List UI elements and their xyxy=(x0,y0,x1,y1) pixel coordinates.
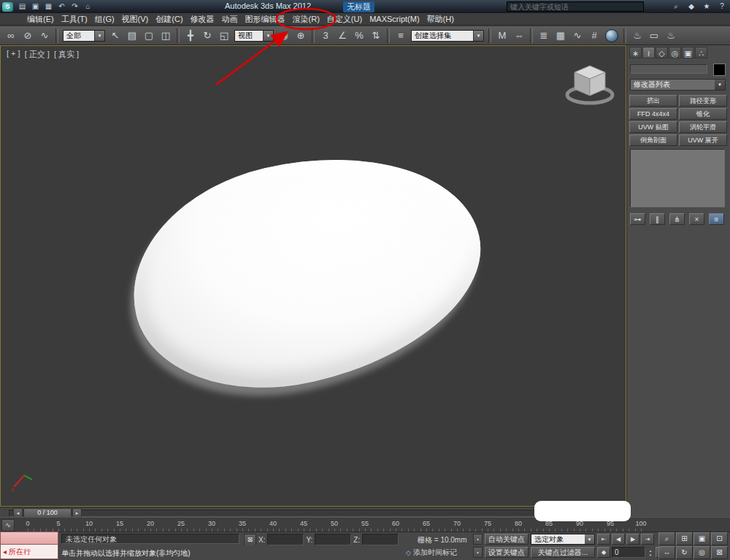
select-and-link-icon[interactable]: ∞ xyxy=(3,28,19,44)
select-manipulate-icon[interactable]: ⊕ xyxy=(293,28,309,44)
play-animation-icon[interactable]: ▶ xyxy=(626,534,639,545)
set-key-button[interactable]: 设置关键点 xyxy=(485,547,529,558)
unlink-selection-icon[interactable]: ⊘ xyxy=(20,28,36,44)
modifier-list-dropdown[interactable]: 修改器列表 ▼ xyxy=(630,79,726,91)
configure-modifier-sets-icon[interactable]: ≡ xyxy=(709,213,724,225)
zoom-icon[interactable]: ⌕ xyxy=(658,532,675,545)
previous-frame-icon[interactable]: ◀ xyxy=(612,534,625,545)
angle-snap-icon[interactable]: ∠ xyxy=(334,28,350,44)
select-scale-icon[interactable]: ◱ xyxy=(216,28,232,44)
modifier-button-5[interactable]: 涡轮平滑 xyxy=(679,121,727,133)
named-selection-sets-dropdown[interactable]: 创建选择集▼ xyxy=(411,30,484,42)
render-setup-icon[interactable]: ♨ xyxy=(629,28,645,44)
snap-toggle-3d-icon[interactable]: 3 xyxy=(318,28,334,44)
key-filters-button[interactable]: 关键点过滤器... xyxy=(531,547,595,558)
z-field[interactable] xyxy=(362,534,399,545)
go-to-end-icon[interactable]: ⇥ xyxy=(641,534,654,545)
menu-item-7[interactable]: 图形编辑器 xyxy=(242,13,289,26)
use-pivot-center-icon[interactable]: ◉ xyxy=(276,28,292,44)
app-menu-logo-icon[interactable]: S xyxy=(2,2,13,12)
select-object-icon[interactable]: ↖ xyxy=(107,28,123,44)
orbit-icon[interactable]: ↻ xyxy=(676,546,693,559)
window-crossing-icon[interactable]: ◫ xyxy=(158,28,174,44)
tab-modify[interactable]: ≀ xyxy=(642,47,655,58)
y-field[interactable] xyxy=(315,534,351,545)
select-by-name-icon[interactable]: ▤ xyxy=(124,28,140,44)
bind-to-space-warp-icon[interactable]: ∿ xyxy=(36,28,53,44)
selection-filter-dropdown[interactable]: 全部▼ xyxy=(63,30,105,42)
undo-icon[interactable]: ↶ xyxy=(56,1,67,12)
viewport[interactable]: [ + ] [ 正交 ] [ 真实 ] x xyxy=(0,45,626,507)
selected-object-dropdown[interactable]: 选定对象 ▼ xyxy=(531,534,595,545)
modifier-button-2[interactable]: FFD 4x4x4 xyxy=(629,108,677,120)
viewport-menu-pov[interactable]: [ 正交 ] xyxy=(25,49,50,60)
menu-item-0[interactable]: 编辑(E) xyxy=(23,13,58,26)
chevron-down-icon[interactable]: ▼ xyxy=(94,31,104,41)
modifier-button-7[interactable]: UVW 展开 xyxy=(679,134,727,146)
menu-item-9[interactable]: 自定义(U) xyxy=(323,13,366,26)
chevron-down-icon[interactable]: ▼ xyxy=(715,80,725,90)
tab-create[interactable]: ∗ xyxy=(629,47,642,58)
viewport-menu-general[interactable]: [ + ] xyxy=(7,49,20,60)
macro-recorder-line[interactable] xyxy=(0,532,58,545)
mini-curve-editor-icon[interactable]: ∿ xyxy=(1,519,15,532)
menu-item-4[interactable]: 创建(C) xyxy=(152,13,186,26)
pan-icon[interactable]: ⇔ xyxy=(658,546,675,559)
x-field[interactable] xyxy=(267,534,304,545)
menu-item-5[interactable]: 修改器 xyxy=(187,13,218,26)
egg-model[interactable] xyxy=(110,125,502,418)
add-time-tag[interactable]: ◇ 添加时间标记 xyxy=(406,548,457,558)
modifier-button-4[interactable]: UVW 贴图 xyxy=(629,121,677,133)
select-move-icon[interactable]: ╋ xyxy=(182,28,199,44)
lock-selection-icon[interactable]: ⊠ xyxy=(244,534,256,546)
frame-spinner[interactable]: ▴ ▾ xyxy=(647,548,654,557)
zoom-extents-all-icon[interactable]: ⊡ xyxy=(711,532,728,545)
layer-manager-icon[interactable]: ≣ xyxy=(536,28,552,44)
viewcube[interactable] xyxy=(564,62,615,107)
percent-snap-icon[interactable]: % xyxy=(351,28,367,44)
auto-key-button[interactable]: 自动关键点 xyxy=(485,534,529,545)
select-rotate-icon[interactable]: ↻ xyxy=(199,28,215,44)
listener-line[interactable]: ◂ 所在行 xyxy=(0,545,58,559)
object-name-field[interactable] xyxy=(630,64,707,74)
chevron-down-icon[interactable]: ▼ xyxy=(263,31,273,41)
pin-stack-icon[interactable]: ⊶ xyxy=(630,213,645,225)
align-icon[interactable]: ⇔ xyxy=(511,28,527,44)
menu-item-11[interactable]: 帮助(H) xyxy=(423,13,458,26)
reference-coordinate-dropdown[interactable]: 视图▼ xyxy=(234,30,274,42)
show-end-result-icon[interactable]: ∥ xyxy=(650,213,665,225)
search-icon[interactable]: ⌕ xyxy=(671,1,681,12)
modifier-button-3[interactable]: 锥化 xyxy=(679,108,727,120)
time-slider-track[interactable] xyxy=(9,510,619,517)
workspace-icon[interactable]: ⌂ xyxy=(82,1,93,12)
menu-item-1[interactable]: 工具(T) xyxy=(58,13,91,26)
modifier-stack-list[interactable] xyxy=(630,149,725,207)
menu-item-10[interactable]: MAXScript(M) xyxy=(366,13,423,26)
chevron-down-icon[interactable]: ▼ xyxy=(473,31,483,41)
modifier-button-0[interactable]: 挤出 xyxy=(629,95,677,107)
zoom-extents-icon[interactable]: ▣ xyxy=(694,532,710,545)
modifier-button-6[interactable]: 倒角剖面 xyxy=(629,134,677,146)
new-scene-icon[interactable]: ▤ xyxy=(17,1,28,12)
material-editor-icon[interactable] xyxy=(605,29,618,42)
make-unique-icon[interactable]: ⋔ xyxy=(669,213,685,225)
menu-item-8[interactable]: 渲染(R) xyxy=(289,13,323,26)
menu-item-3[interactable]: 视图(V) xyxy=(118,13,153,26)
rendered-frame-icon[interactable]: ▭ xyxy=(646,28,662,44)
mirror-icon[interactable]: M xyxy=(494,28,510,44)
spinner-down-icon[interactable]: ▾ xyxy=(647,553,654,557)
field-of-view-icon[interactable]: ◎ xyxy=(694,546,710,559)
tab-motion[interactable]: ◎ xyxy=(669,47,681,58)
go-to-start-icon[interactable]: ⇤ xyxy=(597,534,610,545)
rectangular-selection-icon[interactable]: ▢ xyxy=(141,28,157,44)
viewport-menu-shading[interactable]: [ 真实 ] xyxy=(54,49,79,60)
schematic-view-icon[interactable]: # xyxy=(586,28,602,44)
save-file-icon[interactable]: ▦ xyxy=(43,1,54,12)
chevron-down-icon[interactable]: ▼ xyxy=(585,534,594,544)
help-icon[interactable]: ? xyxy=(717,1,727,12)
menu-item-6[interactable]: 动画 xyxy=(218,13,242,26)
favorites-icon[interactable]: ★ xyxy=(702,1,712,12)
render-production-icon[interactable]: ♨ xyxy=(663,28,679,44)
open-file-icon[interactable]: ▣ xyxy=(30,1,41,12)
egg-surface[interactable] xyxy=(110,125,502,418)
